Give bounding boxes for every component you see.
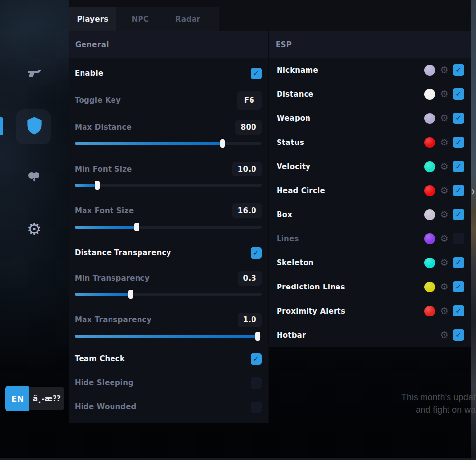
- hide-wounded-checkbox[interactable]: ✓: [251, 402, 262, 413]
- language-switcher: EN ä¸-æ??: [5, 386, 64, 411]
- language-en-button[interactable]: EN: [5, 386, 30, 411]
- setting-row-distance-transparency: Distance Transparency ✓: [75, 244, 262, 261]
- setting-label: Enable: [75, 69, 103, 78]
- team-check-checkbox[interactable]: ✓: [251, 353, 262, 365]
- esp-item-checkbox[interactable]: ✓: [453, 281, 464, 292]
- max-font-size-slider[interactable]: [75, 223, 262, 231]
- esp-row: Head Circle⚙✓: [269, 178, 471, 202]
- color-swatch[interactable]: [424, 113, 435, 124]
- setting-row-min-font-size: Min Font Size 10.0: [75, 161, 262, 177]
- hide-sleeping-checkbox[interactable]: ✓: [251, 377, 262, 389]
- color-swatch[interactable]: [424, 233, 435, 244]
- esp-item-label: Head Circle: [277, 186, 325, 195]
- check-icon: ✓: [455, 66, 462, 74]
- slider-value: 16.0: [232, 203, 262, 218]
- color-swatch[interactable]: [424, 137, 435, 148]
- color-swatch[interactable]: [424, 161, 435, 172]
- color-swatch[interactable]: [424, 282, 435, 292]
- gear-icon[interactable]: ⚙: [439, 282, 449, 291]
- setting-label: Hide Sleeping: [75, 378, 134, 387]
- slider-handle[interactable]: [220, 139, 225, 148]
- setting-row-enable: Enable ✓: [75, 65, 262, 82]
- check-icon: ✓: [253, 249, 259, 257]
- gear-icon[interactable]: ⚙: [439, 162, 449, 171]
- setting-label: Min Transparency: [75, 274, 150, 283]
- color-swatch[interactable]: [424, 306, 435, 316]
- slider-handle[interactable]: [128, 290, 133, 299]
- esp-row: Status⚙✓: [269, 130, 471, 154]
- setting-label: Max Transparency: [75, 316, 152, 324]
- check-icon: ✓: [253, 355, 259, 363]
- esp-item-controls: ⚙✓: [424, 305, 464, 316]
- esp-item-controls: ⚙✓: [424, 113, 464, 124]
- esp-row: Proximity Alerts⚙✓: [269, 299, 471, 323]
- esp-row: Skeleton⚙✓: [269, 251, 471, 275]
- check-icon: ✓: [455, 139, 462, 146]
- gear-icon[interactable]: ⚙: [439, 210, 449, 219]
- esp-item-controls: ⚙✓: [424, 257, 464, 268]
- check-icon: ✓: [455, 307, 462, 315]
- check-icon: ✓: [455, 283, 462, 290]
- sidebar-item-weapons[interactable]: [0, 66, 69, 86]
- esp-item-checkbox[interactable]: ✓: [453, 113, 464, 124]
- setting-label: Min Font Size: [75, 165, 132, 173]
- esp-item-controls: ⚙✓: [424, 64, 464, 76]
- esp-item-checkbox[interactable]: ✓: [453, 185, 464, 196]
- esp-item-controls: ⚙✓: [424, 233, 464, 244]
- esp-row: Velocity⚙✓: [269, 154, 471, 178]
- esp-item-label: Skeleton: [277, 259, 314, 267]
- enable-checkbox[interactable]: ✓: [251, 68, 262, 79]
- color-swatch[interactable]: [424, 258, 435, 268]
- sidebar-item-players[interactable]: [0, 118, 69, 136]
- slider-handle[interactable]: [95, 181, 100, 190]
- esp-item-checkbox[interactable]: ✓: [453, 209, 464, 220]
- slider-handle[interactable]: [255, 332, 260, 341]
- esp-item-checkbox[interactable]: ✓: [453, 305, 464, 316]
- gear-icon[interactable]: ⚙: [439, 89, 449, 99]
- setting-label: Team Check: [75, 354, 125, 363]
- min-font-size-slider[interactable]: [75, 181, 262, 190]
- esp-item-label: Weapon: [277, 114, 310, 123]
- gear-icon[interactable]: ⚙: [439, 330, 449, 340]
- esp-item-checkbox[interactable]: ✓: [453, 88, 464, 100]
- color-swatch[interactable]: [424, 89, 435, 100]
- color-swatch[interactable]: [424, 209, 435, 220]
- esp-item-checkbox[interactable]: ✓: [453, 233, 464, 244]
- max-transparency-slider[interactable]: [75, 332, 262, 341]
- general-panel: General Enable ✓ Toggle Key F6 Max Dista…: [69, 31, 269, 423]
- shield-icon: [26, 116, 43, 137]
- slider-handle[interactable]: [134, 223, 139, 231]
- esp-item-checkbox[interactable]: ✓: [453, 257, 464, 268]
- esp-item-controls: ⚙✓: [424, 281, 464, 292]
- gear-icon[interactable]: ⚙: [439, 258, 449, 267]
- max-distance-slider[interactable]: [75, 139, 262, 148]
- esp-item-checkbox[interactable]: ✓: [453, 329, 464, 341]
- gear-icon[interactable]: ⚙: [439, 65, 449, 75]
- esp-item-controls: ⚙✓: [424, 88, 464, 100]
- color-swatch[interactable]: [424, 65, 435, 76]
- gear-icon[interactable]: ⚙: [439, 114, 449, 123]
- sidebar-item-settings[interactable]: ⚙: [0, 219, 69, 239]
- esp-item-label: Prediction Lines: [277, 283, 345, 291]
- language-alt-button[interactable]: ä¸-æ??: [29, 387, 64, 410]
- esp-item-checkbox[interactable]: ✓: [453, 137, 464, 148]
- gear-icon[interactable]: ⚙: [439, 234, 449, 243]
- tab-players[interactable]: Players: [69, 7, 116, 31]
- min-transparency-slider[interactable]: [75, 290, 262, 299]
- sidebar-item-cloud[interactable]: [0, 169, 69, 187]
- tab-radar[interactable]: Radar: [164, 7, 212, 31]
- check-icon: ✓: [455, 163, 462, 170]
- color-swatch[interactable]: [424, 185, 435, 196]
- esp-item-label: Status: [277, 138, 304, 147]
- esp-item-checkbox[interactable]: ✓: [453, 64, 464, 76]
- gear-icon[interactable]: ⚙: [439, 186, 449, 195]
- tab-npc[interactable]: NPC: [116, 7, 164, 31]
- pistol-icon: [27, 68, 42, 83]
- distance-transparency-checkbox[interactable]: ✓: [251, 247, 262, 259]
- keybind-value[interactable]: F6: [237, 91, 262, 110]
- esp-item-label: Proximity Alerts: [277, 307, 345, 316]
- esp-item-checkbox[interactable]: ✓: [453, 161, 464, 172]
- gear-icon[interactable]: ⚙: [439, 138, 449, 147]
- gear-icon[interactable]: ⚙: [439, 306, 449, 316]
- esp-item-label: Velocity: [277, 162, 310, 171]
